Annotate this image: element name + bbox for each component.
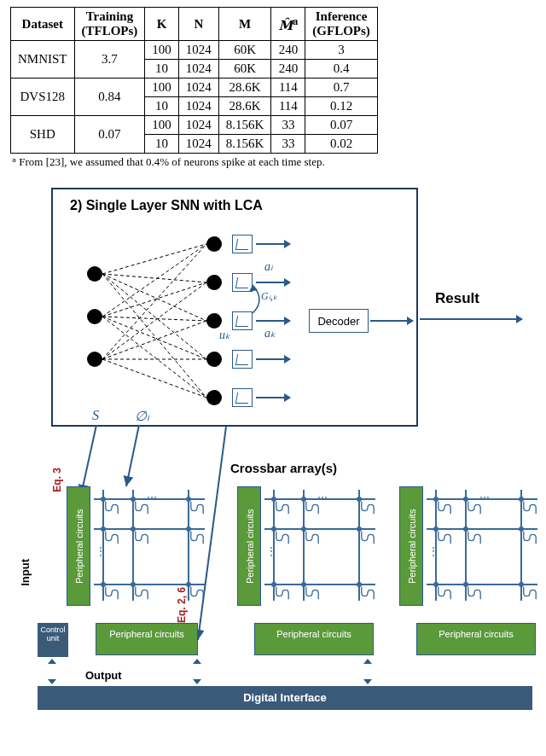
label-s: S [92,408,99,423]
col-m: M [218,8,271,41]
col-mhat: M̂a [271,8,305,41]
memristor-icon [134,585,149,601]
peripheral-circuits-vertical: Peripheral circuits [399,486,423,606]
crossbar-grid: ⋯⋮ [94,490,205,601]
svg-line-2 [102,274,206,321]
svg-line-1 [102,274,206,282]
table-row: SHD0.0710010248.156K330.07 [11,116,378,135]
input-node [87,352,102,367]
col-dataset: Dataset [11,8,75,41]
lif-icon [232,388,253,407]
snn-box: 2) Single Layer SNN with LCA Decoder [51,188,418,427]
dbl-arrow-icon [363,659,372,684]
figure: 2) Single Layer SNN with LCA Decoder [0,179,546,756]
peripheral-circuits-horizontal: Peripheral circuits [254,623,374,655]
memristor-icon [522,585,537,601]
svg-line-7 [102,317,206,321]
output-node [206,390,222,405]
arrow-icon [370,320,413,322]
lif-icon [232,350,253,369]
svg-line-5 [102,244,206,317]
memristor-icon [360,500,375,515]
memristor-icon [104,500,119,515]
table-row: NMNIST3.7100102460K2403 [11,41,378,60]
input-node [87,309,102,324]
crossbar-title: Crossbar array(s) [230,461,337,475]
arrow-icon [256,243,290,245]
control-unit: Control unit [38,623,68,657]
memristor-icon [305,530,320,545]
label-ai: aᵢ [264,259,273,274]
table-row: DVS1280.84100102428.6K1140.7 [11,79,378,97]
svg-line-0 [102,244,206,274]
crossbar-array: Peripheral circuits⋯⋮ [67,486,212,606]
svg-line-10 [102,244,206,359]
lif-icon [232,311,253,330]
eq3-label: Eq. 3 [51,468,63,492]
svg-line-4 [102,274,206,398]
peripheral-circuits-vertical: Peripheral circuits [237,486,261,606]
memristor-icon [189,585,205,601]
svg-line-3 [102,274,206,359]
memristor-icon [275,585,290,601]
memristor-icon [522,500,537,515]
svg-line-14 [102,359,206,398]
output-node [206,275,222,290]
label-ak: aₖ [264,326,276,340]
col-inference: Inference(GFLOPs) [305,8,378,41]
memristor-icon [275,530,290,545]
memristor-icon [437,585,452,601]
svg-line-11 [102,282,206,359]
input-node [87,266,102,282]
flops-table: Dataset Training(TFLOPs) K N M M̂a Infer… [10,7,378,154]
svg-line-9 [102,317,206,398]
label-phi: ∅ᵢ [135,408,149,424]
memristor-icon [189,500,205,515]
label-gik: Gᵢ,ₖ [261,290,277,303]
output-node [206,236,222,252]
arrow-icon [256,282,290,283]
output-node [206,352,222,367]
crossbar-array: Peripheral circuits⋯⋮ [237,486,382,606]
col-n: N [178,8,218,41]
dbl-arrow-icon [48,659,56,684]
output-label: Output [85,669,122,682]
digital-interface: Digital Interface [38,686,532,710]
memristor-icon [134,530,149,545]
memristor-icon [522,530,537,545]
col-training: Training(TFLOPs) [74,8,145,41]
svg-line-12 [102,321,206,359]
output-node [206,313,222,329]
table-footnote: ᵃ From [23], we assumed that 0.4% of neu… [12,155,534,169]
peripheral-circuits-horizontal: Peripheral circuits [96,623,198,655]
memristor-icon [437,500,452,515]
crossbar-grid: ⋯⋮ [427,490,537,601]
snn-title: 2) Single Layer SNN with LCA [70,198,263,213]
peripheral-circuits-vertical: Peripheral circuits [67,486,90,606]
arrow-icon [256,358,290,360]
memristor-icon [104,530,119,545]
memristor-icon [467,530,482,545]
crossbar-array: Peripheral circuits⋯⋮ [399,486,544,606]
peripheral-circuits-horizontal: Peripheral circuits [416,623,536,655]
result-label: Result [435,290,479,307]
memristor-icon [305,585,320,601]
lif-icon [232,235,253,253]
dbl-arrow-icon [193,659,201,684]
memristor-icon [360,530,375,545]
crossbar-grid: ⋯⋮ [264,490,375,601]
memristor-icon [467,585,482,601]
decoder-box: Decoder [309,309,369,333]
svg-line-6 [102,282,206,317]
lif-icon [232,273,253,292]
input-label: Input [19,559,32,586]
arrow-icon [256,397,290,398]
memristor-icon [360,585,375,601]
memristor-icon [437,530,452,545]
memristor-icon [104,585,119,601]
arrow-icon [256,320,290,322]
memristor-icon [189,530,205,545]
memristor-icon [275,500,290,515]
svg-line-8 [102,317,206,359]
col-k: K [145,8,179,41]
